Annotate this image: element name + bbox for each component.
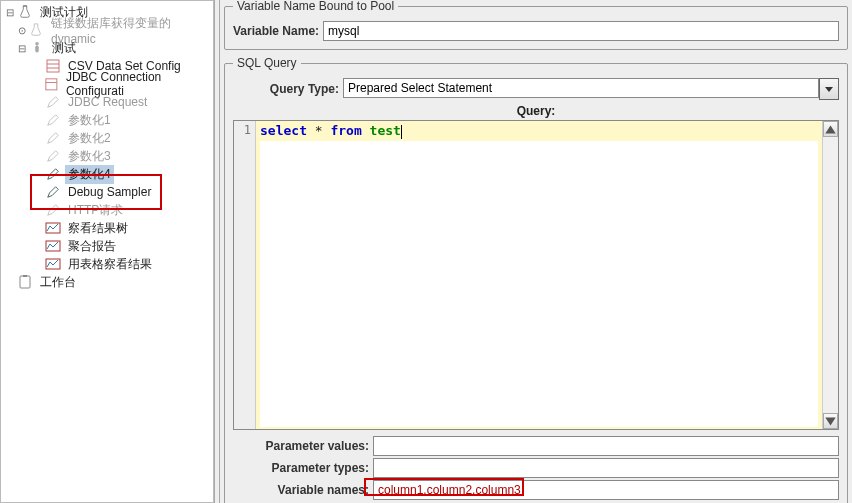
listener-icon — [45, 238, 61, 254]
tree-node-jdbc-conn[interactable]: • JDBC Connection Configurati — [1, 75, 213, 93]
svg-rect-6 — [46, 78, 57, 89]
clipboard-icon — [17, 274, 33, 290]
tree-label: 参数化3 — [65, 147, 114, 166]
tree-label: 参数化1 — [65, 111, 114, 130]
svg-rect-0 — [23, 5, 27, 6]
scroll-up-arrow-icon[interactable] — [823, 121, 838, 137]
tree-label: 测试 — [49, 39, 79, 58]
sql-line-1: select * from test — [260, 123, 818, 139]
query-type-combo[interactable] — [343, 78, 839, 100]
tree-panel: ⊟ 测试计划 ⊙ 链接数据库获得变量的dynamic ⊟ 测试 — [0, 0, 214, 503]
code-empty-area — [260, 141, 818, 427]
listener-icon — [45, 220, 61, 236]
tree-node-dynamic[interactable]: ⊙ 链接数据库获得变量的dynamic — [1, 21, 213, 39]
expand-toggle-icon[interactable]: ⊟ — [5, 7, 15, 18]
tree-node-workbench[interactable]: • 工作台 — [1, 273, 213, 291]
svg-marker-13 — [825, 87, 833, 92]
query-type-label: Query Type: — [233, 82, 343, 96]
sql-star: * — [315, 123, 323, 138]
tree-node-param4[interactable]: • 参数化4 — [1, 165, 213, 183]
query-type-value[interactable] — [343, 78, 819, 98]
svg-point-1 — [35, 42, 39, 46]
tree-label: 参数化2 — [65, 129, 114, 148]
sql-table-name: test — [370, 123, 401, 138]
tree-node-param2[interactable]: • 参数化2 — [1, 129, 213, 147]
variable-name-input[interactable] — [323, 21, 839, 41]
param-values-input[interactable] — [373, 436, 839, 456]
tree-node-debug[interactable]: • Debug Sampler — [1, 183, 213, 201]
flask-icon — [17, 4, 33, 20]
tree-label: Debug Sampler — [65, 184, 154, 200]
variable-names-label: Variable names: — [233, 483, 373, 497]
query-header-label: Query: — [233, 104, 839, 118]
listener-icon — [45, 256, 61, 272]
tree-label: 用表格察看结果 — [65, 255, 155, 274]
dropdown-button[interactable] — [819, 78, 839, 100]
tree-label: 参数化4 — [65, 165, 114, 184]
tree-label: 工作台 — [37, 273, 79, 292]
config-icon — [45, 58, 61, 74]
variable-name-label: Variable Name: — [233, 24, 323, 38]
scroll-track[interactable] — [823, 137, 838, 413]
bottom-fields: Parameter values: Parameter types: Varia… — [233, 436, 839, 500]
tree-node-param3[interactable]: • 参数化3 — [1, 147, 213, 165]
tree-label: 聚合报告 — [65, 237, 119, 256]
vertical-scrollbar[interactable] — [822, 121, 838, 429]
sampler-icon — [45, 130, 61, 146]
sql-keyword-select: select — [260, 123, 307, 138]
sql-editor[interactable]: 1 select * from test — [233, 120, 839, 430]
sql-query-fieldset: SQL Query Query Type: Query: 1 select — [224, 56, 848, 503]
variable-bound-fieldset: Variable Name Bound to Pool Variable Nam… — [224, 0, 848, 50]
fieldset-legend: Variable Name Bound to Pool — [233, 0, 398, 13]
sampler-icon — [45, 166, 61, 182]
tree-label: JDBC Request — [65, 94, 150, 110]
svg-rect-2 — [35, 45, 39, 52]
scroll-down-arrow-icon[interactable] — [823, 413, 838, 429]
svg-rect-12 — [23, 275, 27, 277]
param-types-label: Parameter types: — [233, 461, 373, 475]
flask-icon — [29, 22, 44, 38]
line-number: 1 — [234, 123, 251, 137]
sampler-icon — [45, 94, 61, 110]
config-icon — [44, 76, 59, 92]
sampler-icon — [45, 148, 61, 164]
svg-rect-11 — [20, 276, 30, 288]
tree-node-aggregate[interactable]: • 聚合报告 — [1, 237, 213, 255]
expand-toggle-icon[interactable]: ⊙ — [17, 25, 27, 36]
sampler-icon — [45, 112, 61, 128]
svg-marker-14 — [825, 125, 835, 133]
app-root: ⊟ 测试计划 ⊙ 链接数据库获得变量的dynamic ⊟ 测试 — [0, 0, 852, 503]
tree-label: HTTP请求 — [65, 201, 126, 220]
sql-keyword-from: from — [330, 123, 361, 138]
text-caret — [401, 125, 402, 139]
sampler-icon — [45, 202, 61, 218]
line-gutter: 1 — [234, 121, 256, 429]
test-plan-tree[interactable]: ⊟ 测试计划 ⊙ 链接数据库获得变量的dynamic ⊟ 测试 — [1, 3, 213, 291]
tree-node-http[interactable]: • HTTP请求 — [1, 201, 213, 219]
code-area[interactable]: select * from test — [256, 121, 822, 429]
tree-node-view-tree[interactable]: • 察看结果树 — [1, 219, 213, 237]
tree-label: 察看结果树 — [65, 219, 131, 238]
thread-group-icon — [29, 40, 45, 56]
param-values-label: Parameter values: — [233, 439, 373, 453]
tree-node-table-view[interactable]: • 用表格察看结果 — [1, 255, 213, 273]
expand-toggle-icon[interactable]: ⊟ — [17, 43, 27, 54]
sampler-icon — [45, 184, 61, 200]
svg-rect-3 — [47, 60, 59, 72]
editor-panel: Variable Name Bound to Pool Variable Nam… — [220, 0, 852, 503]
variable-names-input[interactable] — [373, 480, 839, 500]
param-types-input[interactable] — [373, 458, 839, 478]
fieldset-legend: SQL Query — [233, 56, 301, 70]
tree-node-param1[interactable]: • 参数化1 — [1, 111, 213, 129]
svg-marker-15 — [825, 417, 835, 425]
